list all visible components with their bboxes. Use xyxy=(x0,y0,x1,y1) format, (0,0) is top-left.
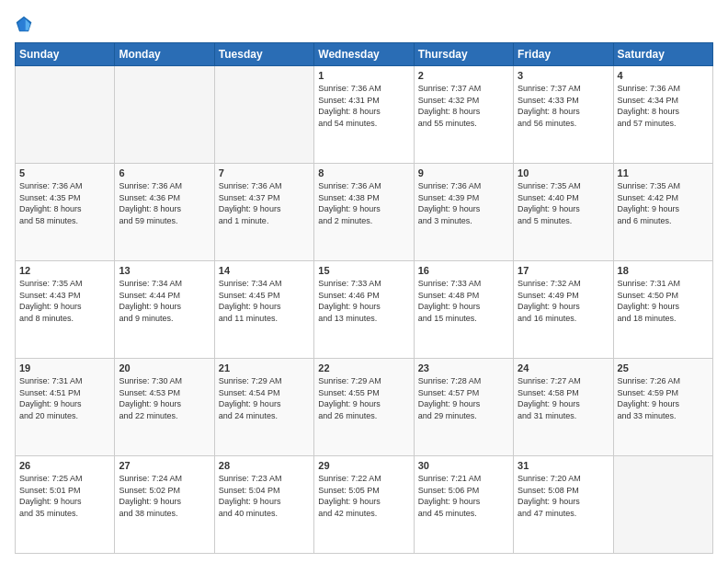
calendar-cell: 6Sunrise: 7:36 AM Sunset: 4:36 PM Daylig… xyxy=(115,164,214,261)
day-info: Sunrise: 7:33 AM Sunset: 4:48 PM Dayligh… xyxy=(418,278,509,324)
calendar-cell: 12Sunrise: 7:35 AM Sunset: 4:43 PM Dayli… xyxy=(16,261,115,359)
calendar-cell xyxy=(214,66,313,164)
day-info: Sunrise: 7:36 AM Sunset: 4:35 PM Dayligh… xyxy=(19,180,110,226)
calendar-cell: 7Sunrise: 7:36 AM Sunset: 4:37 PM Daylig… xyxy=(214,164,313,261)
calendar-cell: 2Sunrise: 7:37 AM Sunset: 4:32 PM Daylig… xyxy=(414,66,513,164)
day-info: Sunrise: 7:36 AM Sunset: 4:31 PM Dayligh… xyxy=(318,83,409,129)
calendar-cell: 11Sunrise: 7:35 AM Sunset: 4:42 PM Dayli… xyxy=(613,164,712,261)
day-number: 13 xyxy=(119,265,210,276)
calendar-cell: 25Sunrise: 7:26 AM Sunset: 4:59 PM Dayli… xyxy=(613,359,712,456)
week-row-2: 5Sunrise: 7:36 AM Sunset: 4:35 PM Daylig… xyxy=(16,164,713,261)
day-number: 20 xyxy=(119,362,210,373)
day-info: Sunrise: 7:28 AM Sunset: 4:57 PM Dayligh… xyxy=(418,375,509,421)
day-number: 3 xyxy=(518,70,609,81)
day-info: Sunrise: 7:21 AM Sunset: 5:06 PM Dayligh… xyxy=(418,473,509,519)
day-info: Sunrise: 7:29 AM Sunset: 4:54 PM Dayligh… xyxy=(219,375,310,421)
week-row-3: 12Sunrise: 7:35 AM Sunset: 4:43 PM Dayli… xyxy=(16,261,713,359)
day-number: 17 xyxy=(518,265,609,276)
calendar-cell: 16Sunrise: 7:33 AM Sunset: 4:48 PM Dayli… xyxy=(414,261,513,359)
day-number: 7 xyxy=(219,167,310,178)
calendar-cell: 30Sunrise: 7:21 AM Sunset: 5:06 PM Dayli… xyxy=(414,456,513,554)
calendar-cell: 20Sunrise: 7:30 AM Sunset: 4:53 PM Dayli… xyxy=(115,359,214,456)
day-info: Sunrise: 7:26 AM Sunset: 4:59 PM Dayligh… xyxy=(618,375,709,421)
day-info: Sunrise: 7:32 AM Sunset: 4:49 PM Dayligh… xyxy=(518,278,609,324)
calendar-cell: 3Sunrise: 7:37 AM Sunset: 4:33 PM Daylig… xyxy=(514,66,613,164)
week-row-5: 26Sunrise: 7:25 AM Sunset: 5:01 PM Dayli… xyxy=(16,456,713,554)
day-number: 23 xyxy=(418,362,509,373)
calendar-cell: 9Sunrise: 7:36 AM Sunset: 4:39 PM Daylig… xyxy=(414,164,513,261)
day-number: 28 xyxy=(219,460,310,471)
day-info: Sunrise: 7:33 AM Sunset: 4:46 PM Dayligh… xyxy=(318,278,409,324)
calendar-cell xyxy=(115,66,214,164)
day-info: Sunrise: 7:34 AM Sunset: 4:45 PM Dayligh… xyxy=(219,278,310,324)
page: SundayMondayTuesdayWednesdayThursdayFrid… xyxy=(0,0,728,563)
calendar-cell: 5Sunrise: 7:36 AM Sunset: 4:35 PM Daylig… xyxy=(16,164,115,261)
calendar-cell: 14Sunrise: 7:34 AM Sunset: 4:45 PM Dayli… xyxy=(214,261,313,359)
weekday-header-tuesday: Tuesday xyxy=(214,43,313,66)
day-number: 22 xyxy=(318,362,409,373)
day-number: 26 xyxy=(19,460,110,471)
weekday-header-saturday: Saturday xyxy=(613,43,712,66)
day-info: Sunrise: 7:36 AM Sunset: 4:38 PM Dayligh… xyxy=(318,180,409,226)
calendar-cell: 15Sunrise: 7:33 AM Sunset: 4:46 PM Dayli… xyxy=(314,261,414,359)
day-number: 10 xyxy=(518,167,609,178)
day-number: 14 xyxy=(219,265,310,276)
calendar-cell: 31Sunrise: 7:20 AM Sunset: 5:08 PM Dayli… xyxy=(514,456,613,554)
day-number: 9 xyxy=(418,167,509,178)
weekday-header-thursday: Thursday xyxy=(414,43,513,66)
day-number: 16 xyxy=(418,265,509,276)
calendar-cell: 26Sunrise: 7:25 AM Sunset: 5:01 PM Dayli… xyxy=(16,456,115,554)
calendar-cell: 22Sunrise: 7:29 AM Sunset: 4:55 PM Dayli… xyxy=(314,359,414,456)
calendar-cell: 4Sunrise: 7:36 AM Sunset: 4:34 PM Daylig… xyxy=(613,66,712,164)
day-info: Sunrise: 7:35 AM Sunset: 4:42 PM Dayligh… xyxy=(618,180,709,226)
calendar-cell: 8Sunrise: 7:36 AM Sunset: 4:38 PM Daylig… xyxy=(314,164,414,261)
week-row-4: 19Sunrise: 7:31 AM Sunset: 4:51 PM Dayli… xyxy=(16,359,713,456)
day-number: 21 xyxy=(219,362,310,373)
general-blue-icon xyxy=(15,15,33,33)
day-number: 31 xyxy=(518,460,609,471)
calendar-cell: 21Sunrise: 7:29 AM Sunset: 4:54 PM Dayli… xyxy=(214,359,313,456)
day-number: 24 xyxy=(518,362,609,373)
day-number: 12 xyxy=(19,265,110,276)
calendar-cell: 17Sunrise: 7:32 AM Sunset: 4:49 PM Dayli… xyxy=(514,261,613,359)
calendar-cell: 19Sunrise: 7:31 AM Sunset: 4:51 PM Dayli… xyxy=(16,359,115,456)
week-row-1: 1Sunrise: 7:36 AM Sunset: 4:31 PM Daylig… xyxy=(16,66,713,164)
calendar-table: SundayMondayTuesdayWednesdayThursdayFrid… xyxy=(15,42,713,554)
weekday-header-sunday: Sunday xyxy=(16,43,115,66)
day-info: Sunrise: 7:27 AM Sunset: 4:58 PM Dayligh… xyxy=(518,375,609,421)
day-info: Sunrise: 7:36 AM Sunset: 4:39 PM Dayligh… xyxy=(418,180,509,226)
day-info: Sunrise: 7:35 AM Sunset: 4:43 PM Dayligh… xyxy=(19,278,110,324)
calendar-cell: 1Sunrise: 7:36 AM Sunset: 4:31 PM Daylig… xyxy=(314,66,414,164)
calendar-cell: 29Sunrise: 7:22 AM Sunset: 5:05 PM Dayli… xyxy=(314,456,414,554)
day-info: Sunrise: 7:25 AM Sunset: 5:01 PM Dayligh… xyxy=(19,473,110,519)
day-number: 15 xyxy=(318,265,409,276)
day-info: Sunrise: 7:24 AM Sunset: 5:02 PM Dayligh… xyxy=(119,473,210,519)
day-number: 18 xyxy=(618,265,709,276)
header xyxy=(15,15,713,33)
calendar-cell xyxy=(613,456,712,554)
day-number: 11 xyxy=(618,167,709,178)
calendar-cell: 23Sunrise: 7:28 AM Sunset: 4:57 PM Dayli… xyxy=(414,359,513,456)
day-number: 5 xyxy=(19,167,110,178)
day-info: Sunrise: 7:36 AM Sunset: 4:34 PM Dayligh… xyxy=(618,83,709,129)
calendar-cell: 24Sunrise: 7:27 AM Sunset: 4:58 PM Dayli… xyxy=(514,359,613,456)
day-number: 1 xyxy=(318,70,409,81)
calendar-cell: 27Sunrise: 7:24 AM Sunset: 5:02 PM Dayli… xyxy=(115,456,214,554)
day-info: Sunrise: 7:20 AM Sunset: 5:08 PM Dayligh… xyxy=(518,473,609,519)
logo xyxy=(15,15,37,33)
calendar-cell: 18Sunrise: 7:31 AM Sunset: 4:50 PM Dayli… xyxy=(613,261,712,359)
weekday-header-monday: Monday xyxy=(115,43,214,66)
calendar-cell: 28Sunrise: 7:23 AM Sunset: 5:04 PM Dayli… xyxy=(214,456,313,554)
day-number: 8 xyxy=(318,167,409,178)
day-info: Sunrise: 7:37 AM Sunset: 4:33 PM Dayligh… xyxy=(518,83,609,129)
day-info: Sunrise: 7:31 AM Sunset: 4:50 PM Dayligh… xyxy=(618,278,709,324)
weekday-header-row: SundayMondayTuesdayWednesdayThursdayFrid… xyxy=(16,43,713,66)
day-info: Sunrise: 7:29 AM Sunset: 4:55 PM Dayligh… xyxy=(318,375,409,421)
day-info: Sunrise: 7:34 AM Sunset: 4:44 PM Dayligh… xyxy=(119,278,210,324)
day-number: 19 xyxy=(19,362,110,373)
day-number: 30 xyxy=(418,460,509,471)
day-info: Sunrise: 7:36 AM Sunset: 4:37 PM Dayligh… xyxy=(219,180,310,226)
calendar-cell: 10Sunrise: 7:35 AM Sunset: 4:40 PM Dayli… xyxy=(514,164,613,261)
calendar-cell xyxy=(16,66,115,164)
day-info: Sunrise: 7:23 AM Sunset: 5:04 PM Dayligh… xyxy=(219,473,310,519)
